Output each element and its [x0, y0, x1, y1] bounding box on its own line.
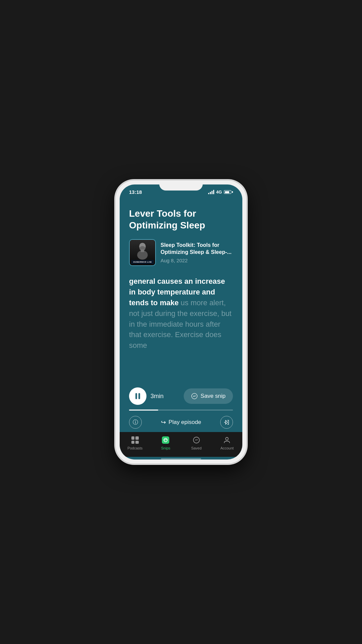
- person-silhouette: [134, 242, 151, 260]
- transcript: general causes an increase in body tempe…: [129, 276, 233, 382]
- tab-snips[interactable]: Snips: [154, 435, 177, 450]
- player-section: 3min Save snip ⓘ: [120, 382, 242, 432]
- content-area: Lever Tools for Optimizing Sleep: [120, 198, 242, 382]
- signal-icon: [208, 190, 214, 194]
- share-button[interactable]: [220, 416, 233, 429]
- time-display: 13:18: [129, 189, 142, 195]
- progress-fill: [129, 410, 158, 411]
- tab-account-label: Account: [220, 446, 234, 450]
- duration-label: 3min: [150, 393, 164, 400]
- play-area: 3min: [129, 387, 164, 405]
- podcast-name: Sleep Toolkit: Tools for Optimizing Slee…: [161, 242, 233, 256]
- tab-snips-label: Snips: [161, 446, 170, 450]
- status-icons: 4G: [208, 190, 233, 195]
- tab-saved[interactable]: Saved: [185, 435, 208, 450]
- info-button[interactable]: ⓘ: [129, 416, 142, 429]
- play-episode-button[interactable]: ↪ Play episode: [161, 419, 201, 426]
- tab-podcasts-label: Podcasts: [127, 446, 142, 450]
- podcast-info-row: HUBERMAN LAB Sleep Toolkit: Tools for Op…: [129, 239, 233, 266]
- saved-icon: [192, 435, 201, 445]
- snip-icon: [191, 393, 198, 399]
- tab-saved-label: Saved: [191, 446, 201, 450]
- network-type: 4G: [216, 190, 222, 195]
- tab-bar: Podcasts Snips: [120, 432, 242, 457]
- home-indicator: [161, 458, 201, 460]
- svg-rect-3: [141, 250, 144, 252]
- podcasts-icon: [130, 435, 140, 445]
- tab-account[interactable]: Account: [215, 435, 239, 450]
- svg-rect-5: [162, 436, 169, 444]
- podcast-meta: Sleep Toolkit: Tools for Optimizing Slee…: [161, 242, 233, 264]
- share-icon: [224, 419, 230, 425]
- pause-button[interactable]: [129, 387, 146, 405]
- huberman-label: HUBERMAN LAB: [131, 260, 154, 264]
- battery-icon: [224, 190, 233, 194]
- phone-screen: 13:18 4G Lever Tools f: [120, 184, 242, 460]
- secondary-controls: ⓘ ↪ Play episode: [129, 416, 233, 432]
- snips-icon: [161, 435, 170, 445]
- player-controls: 3min Save snip: [129, 387, 233, 405]
- tab-podcasts[interactable]: Podcasts: [123, 435, 147, 450]
- info-icon: ⓘ: [133, 419, 138, 426]
- notch: [159, 180, 203, 191]
- progress-bar[interactable]: [129, 410, 233, 411]
- podcast-thumbnail[interactable]: HUBERMAN LAB: [129, 239, 156, 266]
- account-icon: [222, 435, 232, 445]
- podcast-date: Aug 8, 2022: [161, 258, 233, 263]
- svg-point-8: [226, 437, 228, 440]
- play-episode-icon: ↪: [161, 419, 166, 426]
- play-episode-label: Play episode: [169, 419, 201, 426]
- phone-frame: 13:18 4G Lever Tools f: [116, 180, 246, 464]
- episode-title: Lever Tools for Optimizing Sleep: [129, 208, 233, 231]
- pause-icon: [135, 393, 140, 399]
- save-snip-button[interactable]: Save snip: [184, 388, 233, 404]
- save-snip-label: Save snip: [200, 393, 226, 399]
